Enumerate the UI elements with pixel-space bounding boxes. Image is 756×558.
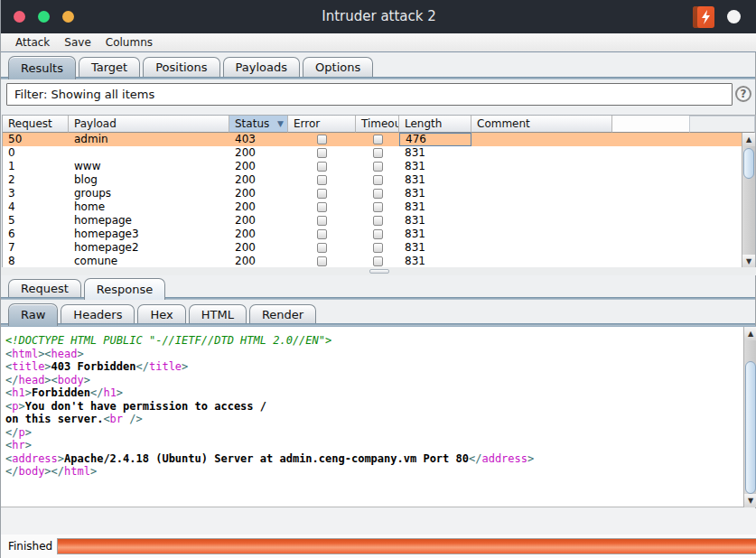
response-viewer[interactable]: <!DOCTYPE HTML PUBLIC "-//IETF//DTD HTML… — [1, 326, 756, 507]
table-row[interactable]: 6homepage3200831 — [3, 228, 755, 241]
help-icon[interactable]: ? — [735, 86, 751, 102]
tab-main-positions[interactable]: Positions — [143, 57, 219, 77]
payload-cell[interactable]: home — [69, 200, 229, 214]
timeout-checkbox[interactable] — [373, 216, 383, 226]
error-checkbox[interactable] — [317, 135, 327, 144]
comment-cell[interactable] — [471, 200, 612, 214]
length-cell[interactable]: 831 — [399, 255, 471, 268]
error-checkbox[interactable] — [317, 229, 327, 239]
scroll-down-icon[interactable]: ▼ — [744, 494, 756, 507]
request-cell[interactable]: 50 — [3, 133, 69, 146]
payload-cell[interactable]: homepage — [69, 214, 229, 228]
scrollbar-thumb[interactable] — [745, 361, 756, 494]
payload-cell[interactable] — [69, 146, 229, 160]
error-checkbox[interactable] — [317, 256, 327, 266]
length-cell[interactable]: 831 — [399, 187, 471, 200]
comment-cell[interactable] — [471, 133, 612, 146]
timeout-checkbox[interactable] — [373, 256, 383, 266]
tab-main-payloads[interactable]: Payloads — [223, 57, 300, 77]
request-cell[interactable]: 5 — [3, 214, 69, 228]
column-header-request[interactable]: Request — [3, 116, 69, 133]
timeout-checkbox[interactable] — [373, 148, 383, 158]
menu-item-columns[interactable]: Columns — [98, 33, 160, 51]
timeout-checkbox[interactable] — [373, 135, 383, 144]
timeout-checkbox[interactable] — [373, 162, 383, 172]
scroll-up-icon[interactable]: ▲ — [742, 133, 755, 146]
table-row[interactable]: 4home200831 — [3, 200, 755, 214]
status-cell[interactable]: 200 — [229, 255, 288, 268]
scroll-up-icon[interactable]: ▲ — [744, 327, 756, 340]
timeout-checkbox[interactable] — [373, 175, 383, 185]
scroll-down-icon[interactable]: ▼ — [742, 255, 755, 268]
column-header-comment[interactable]: Comment — [471, 116, 612, 133]
column-header-length[interactable]: Length — [399, 116, 471, 133]
column-header-payload[interactable]: Payload — [69, 116, 229, 133]
tab-view-html[interactable]: HTML — [189, 304, 247, 323]
table-row[interactable]: 5homepage200831 — [3, 214, 755, 228]
status-cell[interactable]: 200 — [229, 200, 288, 214]
tab-view-raw[interactable]: Raw — [8, 303, 58, 326]
table-row[interactable]: 2blog200831 — [3, 173, 755, 187]
status-cell[interactable]: 200 — [229, 173, 288, 187]
length-cell[interactable]: 831 — [399, 228, 471, 241]
timeout-checkbox[interactable] — [373, 229, 383, 239]
menu-item-attack[interactable]: Attack — [8, 33, 57, 51]
length-cell[interactable]: 831 — [399, 160, 471, 173]
length-cell[interactable]: 831 — [399, 214, 471, 228]
table-row[interactable]: 8comune200831 — [3, 255, 755, 268]
request-cell[interactable]: 7 — [3, 241, 69, 255]
table-scrollbar[interactable]: ▲ ▼ — [742, 133, 755, 268]
error-checkbox[interactable] — [317, 243, 327, 253]
error-checkbox[interactable] — [317, 162, 327, 172]
comment-cell[interactable] — [471, 187, 612, 200]
comment-cell[interactable] — [471, 241, 612, 255]
table-row[interactable]: 3groups200831 — [3, 187, 755, 200]
status-cell[interactable]: 200 — [229, 160, 288, 173]
tab-message-response[interactable]: Response — [84, 278, 165, 300]
length-cell[interactable]: 831 — [399, 200, 471, 214]
filter-bar[interactable]: Filter: Showing all items — [6, 83, 733, 106]
comment-cell[interactable] — [471, 160, 612, 173]
length-cell[interactable]: 831 — [399, 241, 471, 255]
error-checkbox[interactable] — [317, 202, 327, 212]
menu-item-save[interactable]: Save — [57, 33, 98, 51]
status-cell[interactable]: 403 — [229, 133, 288, 146]
tab-view-render[interactable]: Render — [249, 304, 316, 323]
divider-grip[interactable] — [369, 269, 389, 274]
comment-cell[interactable] — [471, 228, 612, 241]
tab-message-request[interactable]: Request — [8, 279, 81, 297]
comment-cell[interactable] — [471, 146, 612, 160]
comment-cell[interactable] — [471, 173, 612, 187]
payload-cell[interactable]: groups — [69, 187, 229, 200]
comment-cell[interactable] — [471, 255, 612, 268]
payload-cell[interactable]: www — [69, 160, 229, 173]
tab-view-hex[interactable]: Hex — [137, 304, 185, 323]
table-row[interactable]: 7homepage2200831 — [3, 241, 755, 255]
column-header-error[interactable]: Error — [288, 116, 356, 133]
request-cell[interactable]: 3 — [3, 187, 69, 200]
tab-main-options[interactable]: Options — [303, 57, 373, 77]
request-cell[interactable]: 4 — [3, 200, 69, 214]
error-checkbox[interactable] — [317, 148, 327, 158]
status-cell[interactable]: 200 — [229, 146, 288, 160]
response-scrollbar[interactable]: ▲ ▼ — [743, 327, 756, 507]
tab-main-results[interactable]: Results — [8, 56, 76, 79]
table-row[interactable]: 50admin403476 — [3, 133, 755, 146]
request-cell[interactable]: 1 — [3, 160, 69, 173]
scrollbar-thumb[interactable] — [743, 148, 754, 179]
length-cell[interactable]: 831 — [399, 173, 471, 187]
timeout-checkbox[interactable] — [373, 189, 383, 199]
payload-cell[interactable]: blog — [69, 173, 229, 187]
status-cell[interactable]: 200 — [229, 228, 288, 241]
status-cell[interactable]: 200 — [229, 187, 288, 200]
request-cell[interactable]: 0 — [3, 146, 69, 160]
length-cell[interactable]: 476 — [399, 133, 471, 146]
payload-cell[interactable]: comune — [69, 255, 229, 268]
comment-cell[interactable] — [471, 214, 612, 228]
request-cell[interactable]: 6 — [3, 228, 69, 241]
error-checkbox[interactable] — [317, 175, 327, 185]
table-row[interactable]: 0200831 — [3, 146, 755, 160]
status-cell[interactable]: 200 — [229, 241, 288, 255]
request-cell[interactable]: 2 — [3, 173, 69, 187]
splitpane-divider[interactable] — [1, 267, 756, 275]
